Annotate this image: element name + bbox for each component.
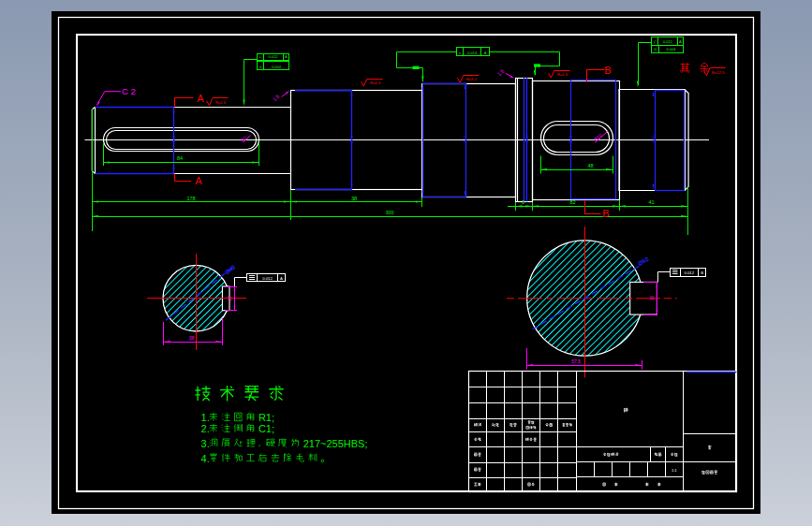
svg-text:Ø45: Ø45 [463, 135, 467, 143]
svg-text:A: A [285, 54, 288, 59]
svg-text:0.012: 0.012 [268, 54, 278, 59]
svg-text:Ra1.6: Ra1.6 [557, 72, 568, 77]
svg-text:41: 41 [648, 199, 654, 205]
svg-text:0.014: 0.014 [467, 51, 478, 55]
svg-text:B: B [604, 65, 611, 76]
svg-text:A: A [484, 51, 487, 55]
svg-text:300: 300 [386, 210, 394, 215]
svg-text:38: 38 [351, 196, 357, 201]
svg-text:Ø62: Ø62 [637, 255, 650, 267]
svg-text:Ø45: Ø45 [349, 135, 354, 143]
svg-text:Ra6.3: Ra6.3 [370, 80, 381, 85]
svg-text:0.004: 0.004 [667, 47, 677, 51]
svg-text:⌽: ⌽ [459, 51, 461, 55]
svg-text:A: A [679, 39, 682, 44]
svg-text:48: 48 [587, 163, 593, 168]
svg-text:⊥: ⊥ [258, 54, 262, 59]
svg-text:0.012: 0.012 [663, 39, 673, 44]
svg-text:82: 82 [569, 199, 575, 205]
svg-text:B: B [701, 270, 703, 275]
svg-text:Ra1.6: Ra1.6 [215, 100, 227, 105]
svg-text:Ø45: Ø45 [651, 135, 656, 143]
svg-text:1:1: 1:1 [672, 468, 677, 473]
svg-text:A: A [280, 276, 283, 281]
svg-text:⊙: ⊙ [654, 47, 657, 51]
svg-text:38: 38 [189, 335, 195, 341]
svg-text:ƒ: ƒ [654, 39, 656, 44]
svg-text:Ra3.2: Ra3.2 [466, 77, 478, 81]
svg-text:C 2: C 2 [122, 86, 136, 96]
svg-text:0.004: 0.004 [272, 65, 282, 69]
svg-text:Ø45: Ø45 [524, 135, 529, 143]
svg-text:⊙: ⊙ [258, 65, 261, 69]
svg-text:57.5: 57.5 [571, 358, 581, 364]
svg-text:4.: 4. [201, 453, 210, 464]
svg-text:Ra12.5: Ra12.5 [712, 70, 725, 75]
svg-text:1.5: 1.5 [272, 94, 281, 103]
svg-text:217~255HBS;: 217~255HBS; [303, 438, 368, 449]
svg-text:C1;: C1; [258, 423, 274, 434]
svg-text:84: 84 [177, 155, 183, 161]
svg-text:1.: 1. [201, 412, 210, 423]
svg-text:Ø45: Ø45 [568, 135, 573, 143]
svg-text:0.012: 0.012 [262, 276, 273, 281]
svg-text:8: 8 [522, 199, 524, 205]
svg-text:16: 16 [650, 296, 655, 301]
svg-text:178: 178 [186, 196, 195, 201]
svg-text:1.5: 1.5 [496, 68, 506, 78]
svg-text:0.012: 0.012 [685, 270, 695, 275]
svg-text:R1;: R1; [258, 412, 274, 423]
svg-text:A: A [195, 175, 202, 186]
svg-text:14: 14 [228, 296, 232, 301]
svg-text:Ø45: Ø45 [171, 135, 176, 143]
svg-text:A: A [197, 93, 204, 104]
svg-text:Ø40: Ø40 [223, 263, 236, 275]
svg-text:B: B [602, 208, 609, 219]
svg-text:3.: 3. [201, 438, 210, 449]
svg-text:2.: 2. [201, 423, 210, 434]
